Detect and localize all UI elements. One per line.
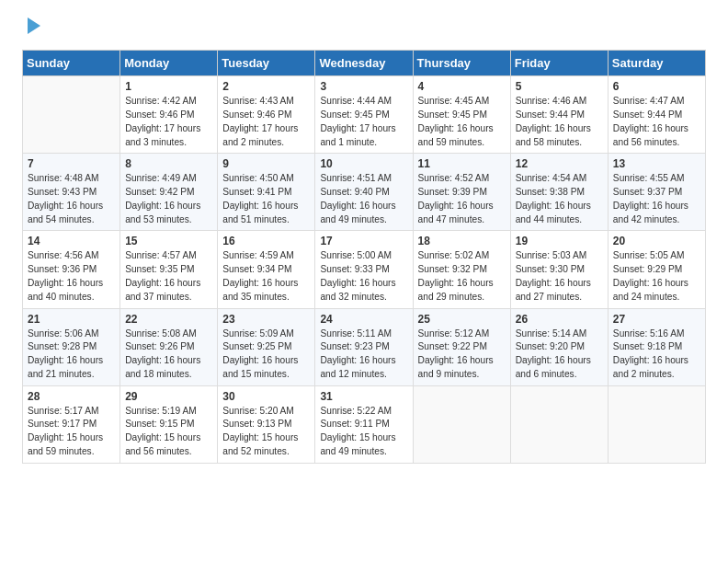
day-info: Sunrise: 4:42 AM Sunset: 9:46 PM Dayligh… — [125, 95, 212, 149]
calendar-cell: 7Sunrise: 4:48 AM Sunset: 9:43 PM Daylig… — [23, 154, 120, 231]
day-info: Sunrise: 5:03 AM Sunset: 9:30 PM Dayligh… — [516, 249, 603, 304]
calendar-cell: 21Sunrise: 5:06 AM Sunset: 9:28 PM Dayli… — [23, 308, 120, 385]
day-info: Sunrise: 4:56 AM Sunset: 9:36 PM Dayligh… — [28, 249, 115, 304]
day-number: 15 — [125, 235, 212, 247]
day-info: Sunrise: 5:06 AM Sunset: 9:28 PM Dayligh… — [28, 327, 115, 382]
day-number: 4 — [418, 80, 506, 93]
day-number: 7 — [28, 157, 115, 170]
calendar-cell: 11Sunrise: 4:52 AM Sunset: 9:39 PM Dayli… — [413, 154, 510, 231]
calendar-cell: 22Sunrise: 5:08 AM Sunset: 9:26 PM Dayli… — [120, 308, 218, 385]
calendar-cell: 1Sunrise: 4:42 AM Sunset: 9:46 PM Daylig… — [120, 76, 218, 154]
day-number: 14 — [28, 235, 115, 247]
day-number: 16 — [222, 235, 310, 247]
weekday-header: Friday — [510, 51, 608, 76]
day-info: Sunrise: 5:19 AM Sunset: 9:15 PM Dayligh… — [125, 405, 212, 459]
day-info: Sunrise: 4:47 AM Sunset: 9:44 PM Dayligh… — [613, 95, 700, 149]
day-number: 21 — [28, 313, 115, 326]
calendar-cell: 3Sunrise: 4:44 AM Sunset: 9:45 PM Daylig… — [315, 76, 413, 154]
day-number: 10 — [320, 157, 407, 170]
calendar-cell: 8Sunrise: 4:49 AM Sunset: 9:42 PM Daylig… — [120, 154, 218, 231]
day-number: 19 — [516, 235, 603, 247]
day-number: 29 — [125, 390, 212, 403]
day-info: Sunrise: 5:09 AM Sunset: 9:25 PM Dayligh… — [222, 327, 310, 382]
page-header — [22, 18, 706, 40]
day-info: Sunrise: 5:22 AM Sunset: 9:11 PM Dayligh… — [320, 405, 407, 459]
day-info: Sunrise: 4:48 AM Sunset: 9:43 PM Dayligh… — [28, 172, 115, 226]
day-info: Sunrise: 5:02 AM Sunset: 9:32 PM Dayligh… — [418, 249, 506, 304]
day-number: 8 — [125, 157, 212, 170]
calendar-cell: 10Sunrise: 4:51 AM Sunset: 9:40 PM Dayli… — [315, 154, 413, 231]
day-number: 13 — [613, 157, 700, 170]
calendar-cell: 29Sunrise: 5:19 AM Sunset: 9:15 PM Dayli… — [120, 385, 218, 463]
calendar-cell: 13Sunrise: 4:55 AM Sunset: 9:37 PM Dayli… — [608, 154, 705, 231]
day-number: 6 — [613, 80, 700, 93]
day-info: Sunrise: 4:51 AM Sunset: 9:40 PM Dayligh… — [320, 172, 407, 226]
day-info: Sunrise: 4:44 AM Sunset: 9:45 PM Dayligh… — [320, 95, 407, 149]
day-number: 1 — [125, 80, 212, 93]
calendar-cell: 30Sunrise: 5:20 AM Sunset: 9:13 PM Dayli… — [218, 385, 315, 463]
day-number: 3 — [320, 80, 407, 93]
calendar-week-row: 28Sunrise: 5:17 AM Sunset: 9:17 PM Dayli… — [23, 385, 706, 463]
day-info: Sunrise: 4:52 AM Sunset: 9:39 PM Dayligh… — [418, 172, 506, 226]
calendar-body: 1Sunrise: 4:42 AM Sunset: 9:46 PM Daylig… — [23, 76, 706, 464]
weekday-header: Saturday — [608, 51, 705, 76]
weekday-header: Monday — [120, 51, 218, 76]
day-number: 2 — [222, 80, 310, 93]
calendar-week-row: 7Sunrise: 4:48 AM Sunset: 9:43 PM Daylig… — [23, 154, 706, 231]
calendar-cell: 5Sunrise: 4:46 AM Sunset: 9:44 PM Daylig… — [510, 76, 608, 154]
day-number: 11 — [418, 157, 506, 170]
day-number: 12 — [516, 157, 603, 170]
calendar-week-row: 1Sunrise: 4:42 AM Sunset: 9:46 PM Daylig… — [23, 76, 706, 154]
day-info: Sunrise: 4:46 AM Sunset: 9:44 PM Dayligh… — [516, 95, 603, 149]
calendar-cell: 12Sunrise: 4:54 AM Sunset: 9:38 PM Dayli… — [510, 154, 608, 231]
day-info: Sunrise: 4:50 AM Sunset: 9:41 PM Dayligh… — [222, 172, 310, 226]
calendar-cell: 31Sunrise: 5:22 AM Sunset: 9:11 PM Dayli… — [315, 385, 413, 463]
svg-marker-0 — [28, 17, 40, 34]
day-number: 9 — [222, 157, 310, 170]
day-info: Sunrise: 5:05 AM Sunset: 9:29 PM Dayligh… — [613, 249, 700, 304]
day-info: Sunrise: 4:43 AM Sunset: 9:46 PM Dayligh… — [222, 95, 310, 149]
day-info: Sunrise: 5:11 AM Sunset: 9:23 PM Dayligh… — [320, 327, 407, 382]
day-info: Sunrise: 5:14 AM Sunset: 9:20 PM Dayligh… — [516, 327, 603, 382]
day-number: 17 — [320, 235, 407, 247]
calendar-cell — [510, 385, 608, 463]
calendar-cell: 2Sunrise: 4:43 AM Sunset: 9:46 PM Daylig… — [218, 76, 315, 154]
calendar-cell: 27Sunrise: 5:16 AM Sunset: 9:18 PM Dayli… — [608, 308, 705, 385]
calendar-cell: 17Sunrise: 5:00 AM Sunset: 9:33 PM Dayli… — [315, 231, 413, 308]
day-info: Sunrise: 5:17 AM Sunset: 9:17 PM Dayligh… — [28, 405, 115, 459]
day-info: Sunrise: 5:08 AM Sunset: 9:26 PM Dayligh… — [125, 327, 212, 382]
calendar-cell — [23, 76, 120, 154]
calendar-cell: 20Sunrise: 5:05 AM Sunset: 9:29 PM Dayli… — [608, 231, 705, 308]
calendar-cell: 24Sunrise: 5:11 AM Sunset: 9:23 PM Dayli… — [315, 308, 413, 385]
calendar-cell — [608, 385, 705, 463]
weekday-header: Tuesday — [218, 51, 315, 76]
weekday-header: Sunday — [23, 51, 120, 76]
day-number: 22 — [125, 313, 212, 326]
calendar-week-row: 21Sunrise: 5:06 AM Sunset: 9:28 PM Dayli… — [23, 308, 706, 385]
day-info: Sunrise: 4:55 AM Sunset: 9:37 PM Dayligh… — [613, 172, 700, 226]
calendar-week-row: 14Sunrise: 4:56 AM Sunset: 9:36 PM Dayli… — [23, 231, 706, 308]
calendar-cell: 9Sunrise: 4:50 AM Sunset: 9:41 PM Daylig… — [218, 154, 315, 231]
weekday-header: Wednesday — [315, 51, 413, 76]
weekday-header: Thursday — [413, 51, 510, 76]
calendar-cell: 26Sunrise: 5:14 AM Sunset: 9:20 PM Dayli… — [510, 308, 608, 385]
day-number: 28 — [28, 390, 115, 403]
day-info: Sunrise: 4:49 AM Sunset: 9:42 PM Dayligh… — [125, 172, 212, 226]
day-info: Sunrise: 5:00 AM Sunset: 9:33 PM Dayligh… — [320, 249, 407, 304]
calendar-cell: 25Sunrise: 5:12 AM Sunset: 9:22 PM Dayli… — [413, 308, 510, 385]
calendar-cell: 15Sunrise: 4:57 AM Sunset: 9:35 PM Dayli… — [120, 231, 218, 308]
day-number: 26 — [516, 313, 603, 326]
calendar-cell: 18Sunrise: 5:02 AM Sunset: 9:32 PM Dayli… — [413, 231, 510, 308]
logo-arrow-icon — [24, 16, 44, 36]
calendar-cell: 6Sunrise: 4:47 AM Sunset: 9:44 PM Daylig… — [608, 76, 705, 154]
day-info: Sunrise: 5:20 AM Sunset: 9:13 PM Dayligh… — [222, 405, 310, 459]
calendar-cell: 23Sunrise: 5:09 AM Sunset: 9:25 PM Dayli… — [218, 308, 315, 385]
calendar-cell: 28Sunrise: 5:17 AM Sunset: 9:17 PM Dayli… — [23, 385, 120, 463]
calendar-table: SundayMondayTuesdayWednesdayThursdayFrid… — [22, 50, 706, 464]
day-info: Sunrise: 4:59 AM Sunset: 9:34 PM Dayligh… — [222, 249, 310, 304]
day-info: Sunrise: 4:45 AM Sunset: 9:45 PM Dayligh… — [418, 95, 506, 149]
day-number: 24 — [320, 313, 407, 326]
day-number: 20 — [613, 235, 700, 247]
calendar-cell — [413, 385, 510, 463]
day-info: Sunrise: 4:57 AM Sunset: 9:35 PM Dayligh… — [125, 249, 212, 304]
